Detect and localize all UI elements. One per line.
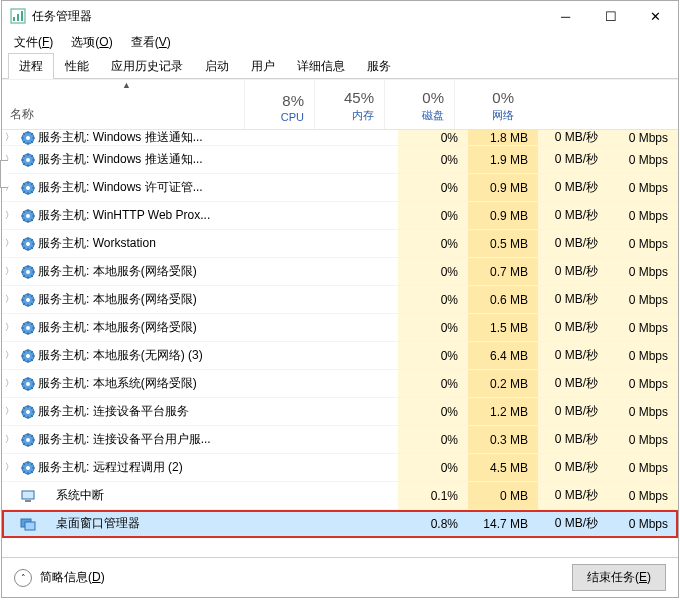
network-value: 0 Mbps [608,258,678,285]
cpu-value: 0% [398,342,468,369]
process-row[interactable]: 系统中断0.1%0 MB0 MB/秒0 Mbps [2,482,678,510]
task-manager-window: 任务管理器 ─ ☐ ✕ 文件(F)选项(O)查看(V) 进程性能应用历史记录启动… [1,0,679,598]
disk-value: 0 MB/秒 [538,174,608,201]
process-row[interactable]: 〉服务主机: Workstation0%0.5 MB0 MB/秒0 Mbps [2,230,678,258]
left-window-strip [0,160,8,188]
tab-5[interactable]: 详细信息 [286,53,356,79]
process-name: 服务主机: WinHTTP Web Prox... [38,207,398,224]
network-value: 0 Mbps [608,454,678,481]
network-value: 0 Mbps [608,426,678,453]
process-icon [18,488,38,504]
expand-icon[interactable]: 〉 [2,405,16,418]
tab-0[interactable]: 进程 [8,53,54,79]
end-task-button[interactable]: 结束任务(E) [572,564,666,591]
process-list[interactable]: 〉服务主机: Windows 推送通知...0%1.8 MB0 MB/秒0 Mb… [2,130,678,557]
expand-icon[interactable]: 〉 [2,293,16,306]
fewer-details-link[interactable]: ˄ 简略信息(D) [14,569,105,587]
process-name: 服务主机: 本地服务(无网络) (3) [38,347,398,364]
expand-icon[interactable]: 〉 [2,321,16,334]
process-icon [18,180,38,196]
disk-value: 0 MB/秒 [538,482,608,509]
network-value: 0 Mbps [608,230,678,257]
process-row[interactable]: 〉服务主机: Windows 推送通知...0%1.8 MB0 MB/秒0 Mb… [2,130,678,146]
disk-value: 0 MB/秒 [538,130,608,145]
process-name: 服务主机: Windows 推送通知... [38,151,398,168]
sort-indicator-icon: ▲ [122,80,131,90]
cpu-percent: 8% [282,92,304,109]
network-value: 0 Mbps [608,342,678,369]
memory-value: 6.4 MB [468,342,538,369]
disk-value: 0 MB/秒 [538,398,608,425]
disk-value: 0 MB/秒 [538,370,608,397]
process-icon [18,292,38,308]
close-button[interactable]: ✕ [633,1,678,31]
svg-point-27 [26,438,30,442]
memory-value: 0.9 MB [468,174,538,201]
network-value: 0 Mbps [608,286,678,313]
expand-icon[interactable]: 〉 [2,131,16,144]
menu-f[interactable]: 文件(F) [8,32,59,53]
window-title: 任务管理器 [32,8,543,25]
network-column-header[interactable]: 0% 网络 [454,80,524,129]
expand-icon[interactable]: 〉 [2,265,16,278]
expand-icon[interactable]: 〉 [2,349,16,362]
svg-rect-3 [21,11,23,21]
svg-point-5 [26,136,30,140]
process-name: 服务主机: 远程过程调用 (2) [38,459,398,476]
expand-icon[interactable]: 〉 [2,461,16,474]
memory-value: 1.2 MB [468,398,538,425]
maximize-button[interactable]: ☐ [588,1,633,31]
column-headers[interactable]: ▲ 名称 8% CPU 45% 内存 0% 磁盘 0% 网络 [2,80,678,130]
minimize-button[interactable]: ─ [543,1,588,31]
expand-icon[interactable]: 〉 [2,433,16,446]
process-icon [18,152,38,168]
cpu-value: 0% [398,230,468,257]
process-row[interactable]: 〉服务主机: 连接设备平台用户服...0%0.3 MB0 MB/秒0 Mbps [2,426,678,454]
disk-value: 0 MB/秒 [538,314,608,341]
disk-column-header[interactable]: 0% 磁盘 [384,80,454,129]
cpu-value: 0% [398,202,468,229]
tab-4[interactable]: 用户 [240,53,286,79]
disk-label: 磁盘 [422,108,444,123]
tab-3[interactable]: 启动 [194,53,240,79]
disk-value: 0 MB/秒 [538,286,608,313]
svg-point-13 [26,242,30,246]
titlebar[interactable]: 任务管理器 ─ ☐ ✕ [2,1,678,31]
tab-2[interactable]: 应用历史记录 [100,53,194,79]
cpu-value: 0% [398,146,468,173]
cpu-value: 0% [398,286,468,313]
process-row[interactable]: 〉服务主机: 远程过程调用 (2)0%4.5 MB0 MB/秒0 Mbps [2,454,678,482]
tabs: 进程性能应用历史记录启动用户详细信息服务 [2,53,678,79]
process-row[interactable]: 〉服务主机: 本地服务(网络受限)0%0.6 MB0 MB/秒0 Mbps [2,286,678,314]
network-value: 0 Mbps [608,370,678,397]
svg-point-9 [26,186,30,190]
tab-6[interactable]: 服务 [356,53,402,79]
process-row[interactable]: 〉服务主机: 本地服务(网络受限)0%0.7 MB0 MB/秒0 Mbps [2,258,678,286]
network-value: 0 Mbps [608,130,678,145]
process-name: 服务主机: Windows 推送通知... [38,130,398,146]
memory-column-header[interactable]: 45% 内存 [314,80,384,129]
svg-point-19 [26,326,30,330]
expand-icon[interactable]: 〉 [2,377,16,390]
process-icon [18,516,38,532]
cpu-value: 0% [398,398,468,425]
process-row[interactable]: 〉服务主机: WinHTTP Web Prox...0%0.9 MB0 MB/秒… [2,202,678,230]
process-name: 服务主机: 连接设备平台服务 [38,403,398,420]
process-row[interactable]: 〉服务主机: 本地系统(网络受限)0%0.2 MB0 MB/秒0 Mbps [2,370,678,398]
process-row[interactable]: 〉服务主机: 本地服务(无网络) (3)0%6.4 MB0 MB/秒0 Mbps [2,342,678,370]
process-name: 服务主机: 本地服务(网络受限) [38,291,398,308]
menu-v[interactable]: 查看(V) [125,32,177,53]
menu-o[interactable]: 选项(O) [65,32,118,53]
process-row[interactable]: 〉服务主机: Windows 许可证管...0%0.9 MB0 MB/秒0 Mb… [2,174,678,202]
expand-icon[interactable]: 〉 [2,209,16,222]
process-row[interactable]: 〉服务主机: Windows 推送通知...0%1.9 MB0 MB/秒0 Mb… [2,146,678,174]
process-row[interactable]: 〉服务主机: 本地服务(网络受限)0%1.5 MB0 MB/秒0 Mbps [2,314,678,342]
tab-1[interactable]: 性能 [54,53,100,79]
expand-icon[interactable]: 〉 [2,237,16,250]
svg-point-11 [26,214,30,218]
process-row[interactable]: 桌面窗口管理器0.8%14.7 MB0 MB/秒0 Mbps [2,510,678,538]
process-content: ▲ 名称 8% CPU 45% 内存 0% 磁盘 0% 网络 〉服务主机: Wi… [2,79,678,557]
menubar: 文件(F)选项(O)查看(V) [2,31,678,53]
cpu-column-header[interactable]: 8% CPU [244,80,314,129]
process-row[interactable]: 〉服务主机: 连接设备平台服务0%1.2 MB0 MB/秒0 Mbps [2,398,678,426]
